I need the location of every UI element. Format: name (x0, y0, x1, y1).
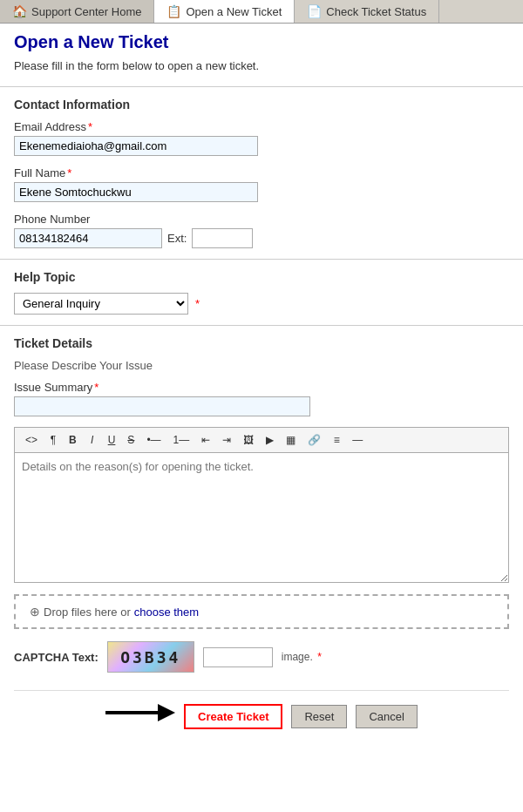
fullname-field[interactable] (14, 182, 258, 202)
section-divider-2 (0, 259, 523, 260)
home-icon: 🏠 (12, 4, 27, 18)
email-group: Email Address* (14, 120, 509, 156)
nav-new-ticket-label: Open a New Ticket (186, 5, 282, 18)
toolbar-indent[interactable]: ⇥ (217, 431, 236, 449)
captcha-image: O3B34 (107, 641, 194, 673)
nav-check-status-label: Check Ticket Status (326, 5, 426, 18)
toolbar-link[interactable]: 🔗 (302, 431, 326, 449)
issue-summary-group: Issue Summary* (14, 381, 509, 416)
ticket-details-desc: Please Describe Your Issue (14, 359, 509, 372)
ticket-details-header: Ticket Details Please Describe Your Issu… (14, 336, 509, 372)
ticket-details-section: Ticket Details Please Describe Your Issu… (14, 336, 509, 629)
help-topic-select[interactable]: General Inquiry Technical Support Billin… (14, 293, 188, 315)
toolbar-table[interactable]: ▦ (281, 431, 301, 449)
captcha-field[interactable] (203, 647, 273, 667)
upload-icon: ⊕ (30, 605, 40, 619)
contact-section-title: Contact Information (14, 98, 509, 112)
help-topic-wrapper: General Inquiry Technical Support Billin… (14, 293, 509, 315)
toolbar-paragraph[interactable]: ¶ (44, 431, 62, 449)
page-subtitle: Please fill in the form below to open a … (14, 59, 509, 72)
issue-summary-label: Issue Summary* (14, 381, 509, 394)
captcha-code: O3B34 (120, 648, 180, 667)
phone-label: Phone Number (14, 213, 509, 226)
captcha-row: CAPTCHA Text: O3B34 image. * (14, 641, 509, 673)
fullname-label: Full Name* (14, 166, 509, 179)
toolbar-video[interactable]: ▶ (261, 431, 279, 449)
toolbar-strikethrough[interactable]: S (122, 431, 139, 449)
cancel-button[interactable]: Cancel (356, 705, 417, 728)
top-nav: 🏠 Support Center Home 📋 Open a New Ticke… (0, 0, 523, 24)
captcha-note: image. * (282, 651, 322, 663)
captcha-label: CAPTCHA Text: (14, 651, 98, 664)
phone-row: Ext: (14, 228, 509, 248)
email-field[interactable] (14, 136, 258, 156)
ext-field[interactable] (192, 228, 253, 248)
svg-marker-1 (158, 704, 175, 721)
toolbar-ol[interactable]: 1— (168, 431, 195, 449)
page-title: Open a New Ticket (14, 32, 509, 52)
contact-section: Contact Information Email Address* Full … (14, 98, 509, 248)
help-topic-required: * (195, 297, 200, 310)
page-content: Open a New Ticket Please fill in the for… (0, 24, 523, 750)
section-divider-3 (0, 325, 523, 326)
drop-zone-text: Drop files here or (44, 606, 131, 619)
drop-zone: ⊕ Drop files here or choose them (14, 594, 509, 629)
editor-area[interactable] (14, 452, 509, 583)
nav-home-label: Support Center Home (31, 5, 141, 18)
toolbar-image[interactable]: 🖼 (238, 431, 259, 449)
ticket-details-title: Ticket Details (14, 336, 509, 350)
fullname-group: Full Name* (14, 166, 509, 202)
nav-check-status[interactable]: 📄 Check Ticket Status (295, 0, 439, 23)
fullname-required: * (67, 166, 71, 179)
arrow-icon (105, 700, 175, 733)
toolbar-align[interactable]: ≡ (328, 431, 345, 449)
toolbar-ul[interactable]: •— (141, 431, 166, 449)
toolbar-hr[interactable]: — (347, 431, 368, 449)
captcha-required: * (317, 651, 322, 663)
toolbar-outdent[interactable]: ⇤ (196, 431, 215, 449)
phone-group: Phone Number Ext: (14, 213, 509, 248)
toolbar-code[interactable]: <> (20, 431, 43, 449)
nav-new-ticket[interactable]: 📋 Open a New Ticket (154, 0, 295, 23)
action-row: Create Ticket Reset Cancel (14, 690, 509, 741)
issue-summary-field[interactable] (14, 396, 310, 416)
help-topic-title: Help Topic (14, 270, 509, 284)
toolbar-bold[interactable]: B (64, 431, 82, 449)
choose-files-link[interactable]: choose them (134, 606, 199, 619)
reset-button[interactable]: Reset (291, 705, 347, 728)
create-ticket-button[interactable]: Create Ticket (184, 704, 282, 729)
editor-toolbar: <> ¶ B I U S •— 1— ⇤ ⇥ 🖼 ▶ ▦ 🔗 ≡ — (14, 427, 509, 452)
issue-summary-required: * (94, 381, 98, 394)
toolbar-italic[interactable]: I (84, 431, 101, 449)
phone-field[interactable] (14, 228, 162, 248)
help-topic-section: Help Topic General Inquiry Technical Sup… (14, 270, 509, 315)
email-required: * (88, 120, 92, 133)
toolbar-underline[interactable]: U (103, 431, 121, 449)
ticket-icon: 📋 (166, 4, 181, 18)
nav-home[interactable]: 🏠 Support Center Home (0, 0, 154, 23)
status-icon: 📄 (307, 4, 322, 18)
email-label: Email Address* (14, 120, 509, 133)
ext-label: Ext: (167, 232, 187, 245)
section-divider-1 (0, 86, 523, 87)
